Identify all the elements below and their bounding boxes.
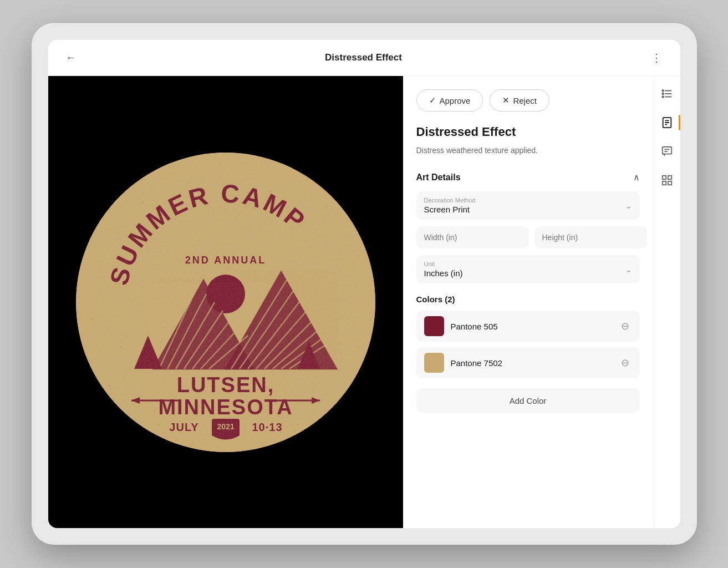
color-name-1: Pantone 505 [451,322,612,331]
reject-button[interactable]: ✕ Reject [490,89,549,111]
color-swatch-1 [424,316,444,336]
svg-point-2 [120,180,121,181]
svg-rect-68 [662,181,665,185]
svg-rect-67 [668,176,671,179]
right-panel: ✓ Approve ✕ Reject Distressed Effect Dis… [403,76,680,528]
checkmark-icon: ✓ [429,95,436,105]
svg-point-58 [662,96,664,98]
page-title: Distressed Effect [325,52,402,63]
art-details-section-header: Art Details ∧ [416,172,640,182]
approve-button[interactable]: ✓ Approve [416,89,483,111]
color-swatch-2 [424,353,444,373]
dimensions-row [416,226,640,248]
decoration-method-label: Decoration Method [424,197,476,204]
art-details-title: Art Details [416,173,461,182]
add-color-button[interactable]: Add Color [416,388,640,413]
effect-description: Distress weathered texture applied. [416,145,640,156]
tablet-shell: ← Distressed Effect ⋮ [32,23,697,545]
width-input[interactable] [416,226,529,248]
colors-title: Colors (2) [416,295,640,304]
unit-dropdown[interactable]: Unit Inches (in) ⌄ [416,255,640,283]
reject-label: Reject [513,96,537,105]
chevron-down-icon-unit: ⌄ [625,265,632,274]
back-button[interactable]: ← [62,50,80,66]
unit-label: Unit [424,261,463,267]
action-buttons: ✓ Approve ✕ Reject [416,89,640,111]
collapse-button[interactable]: ∧ [633,172,640,182]
colors-section: Colors (2) Pantone 505 ⊖ Pantone 7502 ⊖ [416,295,640,413]
list-icon-button[interactable] [658,85,676,103]
decoration-method-value: Screen Print [424,205,476,214]
active-indicator [679,115,680,130]
svg-rect-66 [662,176,665,179]
side-icons-panel [653,76,680,528]
effect-title: Distressed Effect [416,125,640,139]
comment-icon-button[interactable] [658,143,676,160]
unit-value: Inches (in) [424,268,463,278]
artwork-circle: SUMMER CAMP 2ND ANNUAL [76,153,375,452]
color-row-1: Pantone 505 ⊖ [416,311,640,342]
artwork-panel: SUMMER CAMP 2ND ANNUAL [48,76,403,528]
grid-icon-button[interactable] [658,171,676,189]
height-input[interactable] [534,226,647,248]
svg-point-57 [662,93,664,95]
x-icon: ✕ [502,95,510,105]
svg-point-7 [347,185,348,186]
tablet-inner: ← Distressed Effect ⋮ [48,40,680,528]
decoration-method-dropdown[interactable]: Decoration Method Screen Print ⌄ [416,191,640,220]
color-row-2: Pantone 7502 ⊖ [416,347,640,378]
svg-point-13 [353,385,354,386]
document-icon-button[interactable] [658,114,676,131]
main-content: SUMMER CAMP 2ND ANNUAL [48,76,680,528]
details-panel: ✓ Approve ✕ Reject Distressed Effect Dis… [403,76,653,528]
svg-point-1 [103,196,104,197]
approve-label: Approve [440,96,471,105]
decoration-method-field: Decoration Method Screen Print [424,197,476,214]
svg-rect-63 [662,147,671,154]
svg-rect-69 [668,181,671,185]
chevron-down-icon: ⌄ [625,201,632,210]
remove-color-2-button[interactable]: ⊖ [619,356,632,369]
app-header: ← Distressed Effect ⋮ [48,40,680,76]
color-name-2: Pantone 7502 [451,358,612,368]
unit-field: Unit Inches (in) [424,261,463,278]
svg-point-56 [662,90,664,92]
more-options-button[interactable]: ⋮ [646,49,666,67]
remove-color-1-button[interactable]: ⊖ [619,320,632,333]
noise-overlay [76,153,375,452]
